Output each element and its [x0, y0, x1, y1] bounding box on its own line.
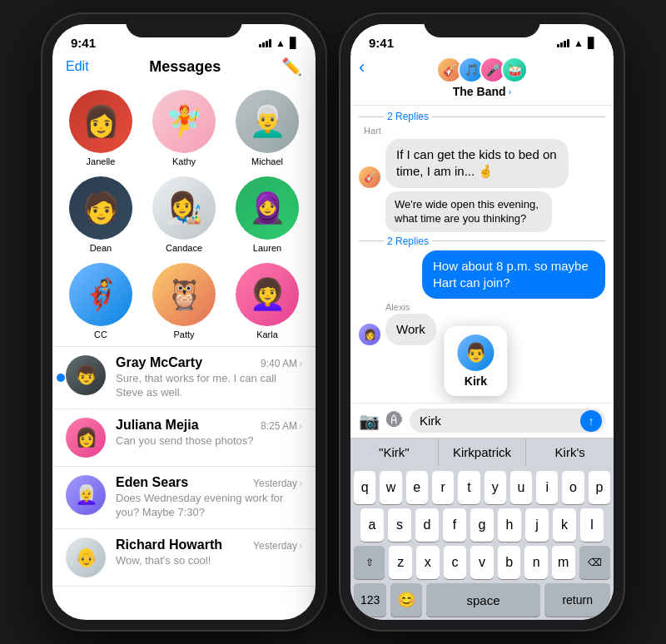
sender-alexis: Alexis [385, 302, 436, 312]
key-b[interactable]: b [498, 546, 521, 579]
bubble-gray-small: We're wide open this evening, what time … [385, 191, 552, 232]
key-l[interactable]: l [580, 508, 604, 542]
status-icons-left: ▲ ▊ [259, 37, 297, 49]
contact-kathy[interactable]: 🧚 Kathy [144, 87, 224, 170]
key-k[interactable]: k [553, 508, 576, 542]
msg-preview-eden: Does Wednesday evening work for you? May… [116, 492, 302, 520]
keyboard-row-1: q w e r t y u i o p [354, 471, 610, 504]
contact-name-lauren: Lauren [253, 243, 281, 253]
group-name-row[interactable]: The Band › [453, 85, 511, 98]
left-phone: 9:41 ▲ ▊ Edit Messages ✏️ [42, 14, 326, 630]
contact-name-dean: Dean [90, 243, 112, 253]
key-z[interactable]: z [389, 546, 412, 579]
return-key[interactable]: return [544, 583, 610, 617]
key-a[interactable]: a [360, 508, 384, 542]
input-wrapper: Kirk ↑ [410, 409, 605, 433]
message-list: 👦 Gray McCarty 9:40 AM › Sure, that work… [52, 346, 316, 587]
autocomplete-popup[interactable]: 👨 Kirk [444, 326, 507, 396]
autocomplete-avatar: 👨 [457, 334, 494, 371]
message-item-richard[interactable]: 👴 Richard Howarth Yesterday › Wow, that'… [52, 529, 316, 587]
contact-name-janelle: Janelle [87, 156, 116, 166]
key-f[interactable]: f [443, 508, 466, 542]
key-j[interactable]: j [525, 508, 549, 542]
key-p[interactable]: p [589, 471, 610, 504]
bubble-hart: If I can get the kids to bed on time, I … [385, 139, 569, 188]
contact-dean[interactable]: 🧑 Dean [61, 173, 141, 256]
key-i[interactable]: i [536, 471, 558, 504]
key-d[interactable]: d [415, 508, 439, 542]
chat-header: ‹ 🎸 🎵 🎤 🥁 The Band › [350, 53, 614, 106]
key-n[interactable]: n [524, 546, 548, 579]
back-button[interactable]: ‹ [359, 57, 365, 78]
msg-time-juliana: 8:25 AM › [261, 420, 302, 432]
msg-preview-juliana: Can you send those photos? [116, 434, 302, 448]
messages-title: Messages [149, 58, 221, 76]
contact-janelle[interactable]: 👩 Janelle [61, 87, 141, 170]
contact-karla[interactable]: 👩‍🦱 Karla [227, 260, 307, 343]
key-g[interactable]: g [470, 508, 494, 542]
msg-time-gray: 9:40 AM › [261, 358, 302, 369]
key-h[interactable]: h [498, 508, 521, 542]
num-key[interactable]: 123 [354, 583, 386, 617]
avatar-kathy: 🧚 [152, 90, 216, 153]
bubble-alexis: Work [385, 314, 436, 345]
key-q[interactable]: q [354, 471, 375, 504]
key-m[interactable]: m [552, 546, 575, 579]
replies-label-2: 2 Replies [359, 235, 605, 247]
msg-preview-richard: Wow, that's so cool! [116, 554, 302, 568]
msg-row-gray-small: We're wide open this evening, what time … [385, 191, 605, 232]
send-button[interactable]: ↑ [580, 410, 602, 432]
small-avatar-hart: 🎸 [359, 166, 380, 188]
avatar-michael: 👨‍🦳 [236, 90, 299, 153]
avatar-gray: 👦 [66, 355, 106, 395]
msg-content-gray: Gray McCarty 9:40 AM › Sure, that works … [116, 355, 302, 400]
key-y[interactable]: y [485, 471, 506, 504]
key-w[interactable]: w [380, 471, 401, 504]
signal-icon [259, 39, 271, 47]
contact-lauren[interactable]: 🧕 Lauren [227, 173, 307, 256]
chat-input-bar: 📷 🅐 Kirk ↑ [350, 403, 614, 438]
compose-button[interactable]: ✏️ [281, 57, 302, 77]
shift-key[interactable]: ⇧ [354, 546, 385, 579]
pred-item-1[interactable]: Kirkpatrick [439, 438, 527, 466]
key-e[interactable]: e [406, 471, 428, 504]
message-item-juliana[interactable]: 👩 Juliana Mejia 8:25 AM › Can you send t… [52, 409, 316, 467]
pred-item-2[interactable]: Kirk's [526, 438, 614, 466]
keyboard: q w e r t y u i o p a s d f g [350, 466, 614, 620]
pred-item-0[interactable]: "Kirk" [350, 438, 439, 466]
notch [126, 14, 242, 37]
keyboard-row-4: 123 😊 space return [354, 583, 610, 617]
avatar-richard: 👴 [66, 537, 106, 577]
delete-key[interactable]: ⌫ [579, 546, 610, 579]
msg-row-hart: 🎸 If I can get the kids to bed on time, … [359, 139, 605, 188]
key-o[interactable]: o [562, 471, 584, 504]
key-r[interactable]: r [432, 471, 454, 504]
contact-michael[interactable]: 👨‍🦳 Michael [227, 87, 307, 170]
message-item-gray[interactable]: 👦 Gray McCarty 9:40 AM › Sure, that work… [52, 347, 316, 409]
bubble-sent: How about 8 p.m. so maybe Hart can join? [422, 250, 605, 300]
key-t[interactable]: t [458, 471, 480, 504]
emoji-key[interactable]: 😊 [390, 583, 421, 617]
avatar-juliana: 👩 [66, 418, 106, 458]
edit-button[interactable]: Edit [66, 59, 89, 74]
key-c[interactable]: c [444, 546, 467, 579]
notch-right [424, 14, 540, 37]
group-name: The Band [453, 85, 506, 98]
key-u[interactable]: u [510, 471, 532, 504]
group-avatar-4: 🥁 [501, 57, 528, 83]
sender-hart: Hart [364, 126, 605, 136]
key-s[interactable]: s [388, 508, 411, 542]
message-input[interactable]: Kirk ↑ [410, 409, 605, 433]
avatar-eden: 👩‍🦳 [66, 475, 106, 515]
key-v[interactable]: v [470, 546, 494, 579]
message-item-eden[interactable]: 👩‍🦳 Eden Sears Yesterday › Does Wednesda… [52, 467, 316, 529]
appstore-icon[interactable]: 🅐 [386, 411, 403, 430]
contact-candace[interactable]: 👩‍🎨 Candace [144, 173, 224, 256]
chat-messages: 2 Replies Hart 🎸 If I can get the kids t… [350, 106, 614, 403]
contact-patty[interactable]: 🦉 Patty [144, 260, 224, 343]
contact-cc[interactable]: 🦸 CC [61, 260, 141, 343]
space-key[interactable]: space [426, 583, 541, 617]
key-x[interactable]: x [416, 546, 440, 579]
camera-icon[interactable]: 📷 [359, 411, 380, 431]
contacts-grid: 👩 Janelle 🧚 Kathy 👨‍🦳 Michael 🧑 [52, 83, 316, 346]
